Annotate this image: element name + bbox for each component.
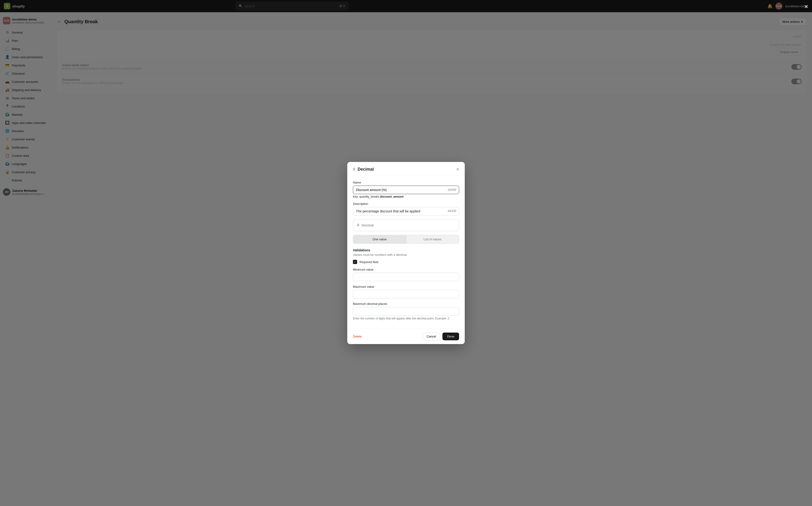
- type-row: # Decimal: [353, 219, 459, 231]
- modal-body: Name 19/255 Key: quantity_breaks.discoun…: [347, 176, 465, 329]
- name-input[interactable]: [353, 186, 459, 194]
- key-value: discount_amount: [380, 195, 403, 198]
- required-field-label: Required field: [359, 260, 378, 264]
- validations-title: Validations: [353, 248, 459, 252]
- delete-button[interactable]: Delete: [353, 335, 362, 338]
- max-value-input[interactable]: [353, 290, 459, 298]
- modal-close-button[interactable]: ×: [456, 167, 459, 172]
- name-label: Name: [353, 181, 459, 184]
- value-type-tabs: One value List of values: [353, 235, 459, 244]
- description-field-group: Description 44/100: [353, 202, 459, 216]
- modal-footer: Delete Cancel Done: [347, 329, 465, 344]
- decimal-hint: Enter the number of digits that will app…: [353, 317, 459, 320]
- modal-header: # Decimal ×: [347, 162, 465, 176]
- min-value-group: Minimum value: [353, 268, 459, 281]
- done-button[interactable]: Done: [443, 333, 459, 340]
- name-input-wrapper: 19/255: [353, 186, 459, 194]
- type-hash-icon: #: [357, 223, 359, 228]
- key-prefix: Key:: [353, 195, 358, 198]
- overlay: ✕ # Decimal × Name 19/255 Key: quantity_…: [0, 0, 812, 506]
- max-decimal-label: Maximum decimal places: [353, 302, 459, 306]
- description-wrapper: 44/100: [353, 207, 459, 216]
- modal-dialog: # Decimal × Name 19/255 Key: quantity_br…: [347, 162, 465, 344]
- name-field-group: Name 19/255 Key: quantity_breaks.discoun…: [353, 181, 459, 198]
- key-namespace: quantity_breaks.: [359, 195, 380, 198]
- required-field-checkbox[interactable]: ✓: [353, 260, 357, 264]
- min-value-label: Minimum value: [353, 268, 459, 271]
- max-value-group: Maximum value: [353, 285, 459, 298]
- tab-list-of-values[interactable]: List of values: [406, 235, 459, 243]
- min-value-input[interactable]: [353, 273, 459, 281]
- modal-title: Decimal: [358, 167, 374, 172]
- hash-icon: #: [353, 167, 355, 172]
- footer-actions: Cancel Done: [422, 333, 459, 340]
- name-char-count: 19/255: [448, 188, 456, 191]
- description-label: Description: [353, 202, 459, 205]
- tab-one-value[interactable]: One value: [353, 235, 406, 243]
- max-decimal-input[interactable]: [353, 307, 459, 316]
- cancel-button[interactable]: Cancel: [422, 333, 440, 340]
- max-value-label: Maximum value: [353, 285, 459, 288]
- type-label: Decimal: [361, 224, 374, 227]
- max-decimal-group: Maximum decimal places Enter the number …: [353, 302, 459, 320]
- overlay-close-button[interactable]: ✕: [804, 4, 808, 10]
- description-char-count: 44/100: [448, 209, 456, 213]
- validations-desc: Values must be numbers with a decimal.: [353, 253, 459, 257]
- required-field-row: ✓ Required field: [353, 260, 459, 264]
- key-text: Key: quantity_breaks.discount_amount: [353, 195, 459, 198]
- description-input[interactable]: [353, 207, 459, 216]
